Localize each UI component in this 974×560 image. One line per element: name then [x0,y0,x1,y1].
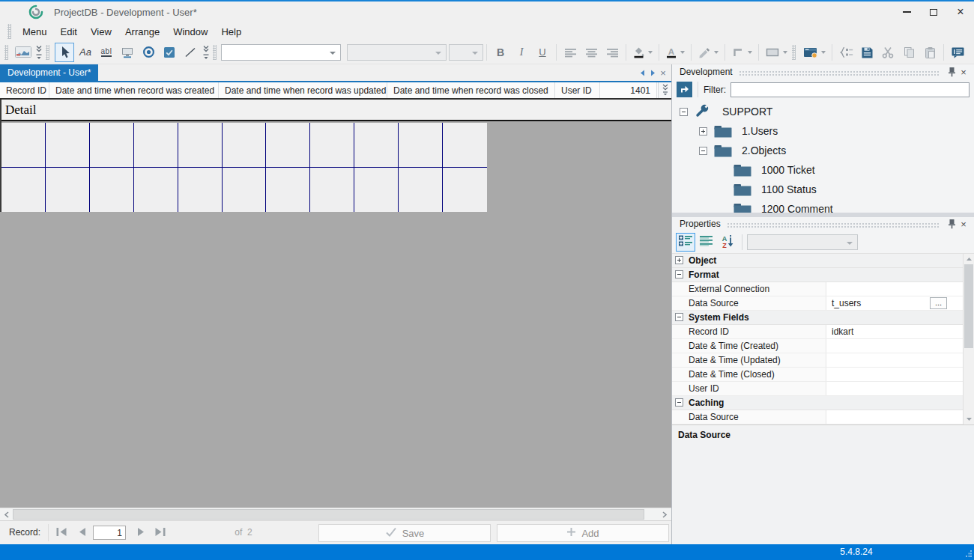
align-left-button[interactable] [560,43,580,62]
underline-button[interactable]: U [533,43,552,62]
chevron-down-icon[interactable] [748,51,752,54]
column-header-date-and-time-when-record-was-created[interactable]: Date and time when record was created [49,82,219,98]
design-grid-cell[interactable] [354,123,399,168]
scroll-tabs-right-icon[interactable] [647,70,658,76]
design-grid-cell[interactable] [1,123,46,168]
menu-arrange[interactable]: Arrange [118,24,166,40]
design-grid-cell[interactable] [310,168,354,212]
design-grid-cell[interactable] [443,168,487,212]
checkbox-control-button[interactable] [160,43,179,62]
tree-item-1200-comment[interactable]: 1200 Comment [672,199,974,213]
group-expander[interactable] [675,313,683,321]
properties-scrollbar[interactable] [963,254,974,424]
fill-color-button[interactable] [630,43,655,62]
menu-help[interactable]: Help [214,24,248,40]
property-value[interactable] [826,382,963,395]
property-value[interactable]: idkart [826,325,963,338]
font-label-button[interactable]: Aa [76,43,95,62]
minimize-button[interactable] [893,1,920,22]
scroll-up-icon[interactable] [964,254,974,264]
frame-shape-button[interactable] [763,43,790,62]
scroll-right-icon[interactable] [658,508,671,520]
toolbar-drag-handle[interactable] [792,45,796,60]
property-value[interactable] [826,353,963,367]
horizontal-scrollbar[interactable] [0,508,671,520]
design-grid-cell[interactable] [178,168,223,212]
pin-icon[interactable] [946,219,958,229]
property-group-object[interactable]: Object [672,254,963,268]
add-button[interactable]: Add [497,524,669,542]
close-panel-icon[interactable]: × [958,219,970,230]
design-grid-cell[interactable] [46,168,90,212]
notes-button[interactable] [948,43,967,62]
design-grid-cell[interactable] [46,123,90,168]
save-button[interactable]: Save [318,524,491,542]
menu-view[interactable]: View [84,24,118,40]
chevron-down-icon[interactable] [714,51,719,54]
column-header-date-and-time-when-record-was-updated[interactable]: Date and time when record was updated [219,82,387,98]
design-grid-cell[interactable] [90,168,134,212]
menubar-drag-handle[interactable] [7,24,11,39]
titlebar[interactable]: ProjectDB - Development - User* × [0,1,974,22]
panel-control-button[interactable] [118,43,137,62]
group-expander[interactable] [675,270,683,279]
design-grid-cell[interactable] [399,123,443,168]
record-number-input[interactable] [93,526,126,540]
next-record-button[interactable] [132,524,150,541]
tree-item-1000-ticket[interactable]: 1000 Ticket [672,160,974,180]
scrollbar-thumb[interactable] [13,509,644,520]
property-group-caching[interactable]: Caching [672,396,963,410]
property-row-user-id[interactable]: User ID [672,382,963,396]
design-grid-cell[interactable] [134,123,178,168]
property-value[interactable] [826,368,963,381]
form-window-button[interactable] [801,43,828,62]
design-grid-cell[interactable] [1,168,46,212]
design-grid-cell[interactable] [134,168,178,212]
chevron-down-icon[interactable] [680,51,685,54]
last-record-button[interactable] [151,524,169,541]
property-value[interactable] [826,339,963,353]
tree-item-1100-status[interactable]: 1100 Status [672,180,974,199]
tab-development-user[interactable]: Development - User* [0,64,98,81]
style-combobox[interactable] [221,44,341,61]
highlight-pen-button[interactable] [695,43,721,62]
scroll-left-icon[interactable] [0,508,13,520]
align-right-button[interactable] [602,43,622,62]
property-group-system-fields[interactable]: System Fields [672,311,963,325]
toolbar-drag-handle[interactable] [213,45,217,60]
resize-grip-icon[interactable] [965,549,973,559]
tree-expander[interactable] [699,127,707,136]
line-draw-button[interactable] [181,43,200,62]
toolbar-drag-handle[interactable] [46,45,49,60]
save-button[interactable] [857,43,877,62]
sort-az-button[interactable]: AZ [718,233,737,252]
border-style-button[interactable] [729,43,754,62]
tree-item-support[interactable]: SUPPORT [672,102,974,121]
property-row-date-time-closed[interactable]: Date & Time (Closed) [672,368,963,382]
design-grid-cell[interactable] [223,123,267,168]
tree-item-1-users[interactable]: 1.Users [672,121,974,141]
property-row-data-source[interactable]: Data Sourcet_users... [672,296,963,311]
tree-expander[interactable] [680,108,688,116]
column-chooser-button[interactable] [658,82,671,98]
property-row-date-time-created[interactable]: Date & Time (Created) [672,339,963,353]
field-list-button[interactable] [836,43,856,62]
column-header-date-and-time-when-record-was-closed[interactable]: Date and time when record was closed [387,82,555,98]
toolbar-overflow-button[interactable] [201,43,211,62]
close-panel-icon[interactable]: × [958,67,970,78]
scroll-down-icon[interactable] [964,414,974,424]
chevron-down-icon[interactable] [648,51,653,54]
tree-expander[interactable] [699,147,707,155]
image-insert-button[interactable] [13,43,33,62]
property-value[interactable] [826,410,963,424]
align-center-button[interactable] [581,43,601,62]
design-grid-cell[interactable] [178,123,223,168]
previous-record-button[interactable] [73,524,91,541]
design-grid-cell[interactable] [266,168,310,212]
alphabetical-view-button[interactable] [697,233,716,252]
first-record-button[interactable] [52,524,70,541]
design-grid-cell[interactable] [443,123,487,168]
design-grid-cell[interactable] [354,168,399,212]
property-group-format[interactable]: Format [672,268,963,282]
menu-edit[interactable]: Edit [54,24,84,40]
